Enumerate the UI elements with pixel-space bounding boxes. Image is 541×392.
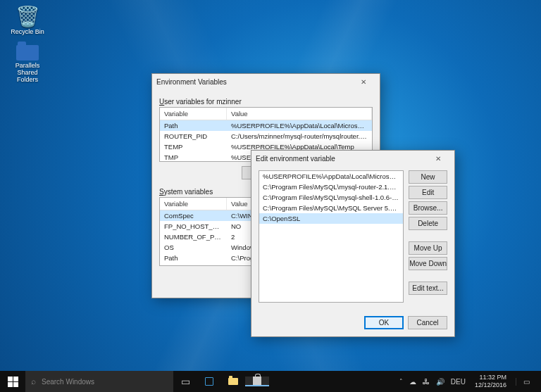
onedrive-icon[interactable]: ☁ [409,378,416,386]
list-item[interactable]: C:\Program Files\MySQL\mysql-router-2.1.… [259,182,403,192]
system-tray: ˄ ☁ 🖧 🔊 DEU 11:32 PM 12/12/2016 ▭ [395,371,541,392]
store-icon [253,377,261,385]
close-icon[interactable]: ✕ [352,75,375,88]
recycle-bin-label: Recycle Bin [11,28,44,35]
edit-dialog-title: Edit environment variable [256,155,335,163]
task-view-icon: ▭ [181,376,190,387]
search-input[interactable]: ⌕ Search Windows [25,371,173,392]
clock-time: 11:32 PM [475,374,506,381]
user-vars-label: User variables for mzinner [159,98,373,106]
store-button[interactable] [245,377,269,386]
recycle-bin-icon[interactable]: 🗑️ Recycle Bin [7,6,48,35]
path-entries-list[interactable]: %USERPROFILE%\AppData\Local\Microsoft\Wi… [259,170,404,303]
table-row[interactable]: Path%USERPROFILE%\AppData\Local\Microsof… [160,120,372,131]
edit-dialog-titlebar[interactable]: Edit environment variable ✕ [251,151,454,166]
edit-text-button[interactable]: Edit text... [409,282,447,295]
move-down-button[interactable]: Move Down [409,257,447,270]
edit-env-var-dialog: Edit environment variable ✕ %USERPROFILE… [251,150,455,337]
action-center-button[interactable]: ▭ [516,378,537,386]
tray-overflow-icon[interactable]: ˄ [399,378,403,385]
col-header-value[interactable]: Value [227,108,372,120]
volume-icon[interactable]: 🔊 [436,378,444,386]
start-button[interactable] [0,371,25,392]
task-view-button[interactable]: ▭ [173,376,197,387]
list-item[interactable]: %USERPROFILE%\AppData\Local\Microsoft\Wi… [259,171,403,182]
edge-button[interactable] [197,377,221,386]
close-icon[interactable]: ✕ [426,152,450,165]
network-icon[interactable]: 🖧 [423,378,430,386]
search-placeholder: Search Windows [42,378,94,386]
move-up-button[interactable]: Move Up [409,241,447,255]
col-header-variable[interactable]: Variable [160,198,227,210]
env-dialog-titlebar[interactable]: Environment Variables ✕ [152,74,380,89]
ok-button[interactable]: OK [364,316,404,329]
new-button[interactable]: New [409,170,447,184]
parallels-label: Parallels Shared Folders [15,62,40,83]
browse-button[interactable]: Browse... [409,201,447,215]
taskbar: ⌕ Search Windows ▭ ˄ ☁ 🖧 🔊 DEU 11:32 PM … [0,371,541,392]
list-item[interactable]: C:\Program Files\MySQL\mysql-shell-1.0.6… [259,192,403,203]
list-item[interactable]: C:\OpenSSL [259,213,403,224]
table-row[interactable]: ROUTER_PIDC:/Users/mzinner/mysql-router/… [160,131,372,141]
list-item[interactable]: C:\Program Files\MySQL\MySQL Server 5.7\… [259,203,403,213]
delete-button[interactable]: Delete [409,217,447,230]
windows-logo-icon [8,377,18,387]
file-explorer-button[interactable] [221,378,245,385]
trash-icon: 🗑️ [7,6,48,28]
search-icon: ⌕ [31,377,36,386]
parallels-shared-folders-icon[interactable]: Parallels Shared Folders [7,44,48,83]
notification-icon: ▭ [523,378,530,386]
clock-date: 12/12/2016 [475,381,506,389]
env-dialog-title: Environment Variables [156,78,227,86]
folder-icon [16,45,39,61]
language-indicator[interactable]: DEU [451,378,466,386]
clock[interactable]: 11:32 PM 12/12/2016 [472,374,509,389]
edge-icon [205,377,213,386]
cancel-button[interactable]: Cancel [408,316,447,329]
edit-button[interactable]: Edit [409,186,447,199]
folder-icon [228,378,238,385]
col-header-variable[interactable]: Variable [160,108,227,120]
